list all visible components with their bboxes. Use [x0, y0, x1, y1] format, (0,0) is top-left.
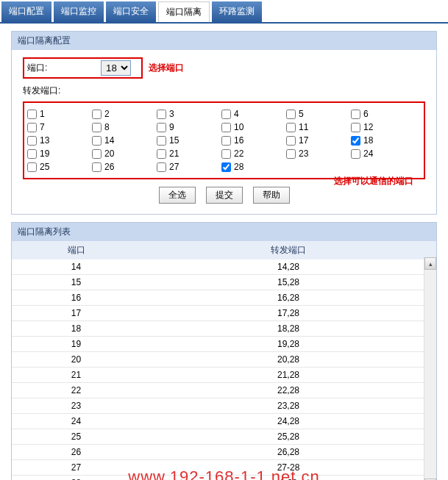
table-row[interactable]: 2626,28: [12, 445, 436, 460]
port-checkbox-27[interactable]: 27: [157, 160, 221, 173]
port-checkbox-3[interactable]: 3: [157, 107, 221, 121]
cell-port: 20: [12, 352, 141, 367]
port-checkbox-11[interactable]: 11: [286, 121, 351, 134]
port-checkbox-input-19[interactable]: [27, 149, 37, 159]
tab-4[interactable]: 环路监测: [212, 1, 262, 22]
forward-ports-label: 转发端口:: [23, 85, 425, 97]
port-checkbox-input-8[interactable]: [92, 123, 102, 132]
port-checkbox-input-1[interactable]: [27, 110, 37, 119]
port-checkbox-23[interactable]: 23: [286, 147, 351, 160]
port-checkbox-input-4[interactable]: [221, 110, 231, 119]
scrollbar[interactable]: ▴ ▾: [424, 257, 436, 480]
port-checkbox-26[interactable]: 26: [92, 160, 157, 173]
port-checkbox-17[interactable]: 17: [286, 134, 351, 147]
port-checkbox-input-23[interactable]: [286, 149, 296, 159]
port-checkbox-input-15[interactable]: [157, 136, 166, 146]
table-row[interactable]: 1515,28: [12, 275, 436, 290]
port-selector-box: 端口: 18: [23, 57, 143, 79]
port-checkbox-input-5[interactable]: [286, 110, 296, 119]
port-checkbox-28[interactable]: 28: [221, 160, 286, 173]
port-checkbox-input-12[interactable]: [351, 123, 360, 132]
port-checkbox-input-11[interactable]: [286, 123, 296, 132]
port-checkbox-input-10[interactable]: [221, 123, 231, 132]
port-checkbox-8[interactable]: 8: [92, 121, 157, 134]
port-checkbox-7[interactable]: 7: [27, 121, 92, 134]
port-checkbox-18[interactable]: 18: [351, 134, 416, 147]
cell-forward: 24,28: [141, 414, 436, 429]
table-row[interactable]: 1616,28: [12, 290, 436, 306]
table-row[interactable]: 2121,28: [12, 368, 436, 383]
table-row[interactable]: 2222,28: [12, 383, 436, 398]
port-checkbox-input-17[interactable]: [286, 136, 296, 146]
isolation-list-panel: 端口隔离列表 端口 转发端口 1414,281515,281616,281717…: [11, 222, 437, 480]
cell-forward: 17,28: [141, 306, 436, 320]
port-checkbox-13[interactable]: 13: [27, 134, 92, 147]
port-checkbox-input-28[interactable]: [221, 162, 231, 172]
port-checkbox-12[interactable]: 12: [351, 121, 416, 134]
port-checkbox-input-18[interactable]: [351, 136, 360, 146]
submit-button[interactable]: 提交: [206, 187, 243, 204]
port-select[interactable]: 18: [101, 60, 131, 76]
port-checkbox-label: 24: [363, 148, 373, 159]
table-row[interactable]: 1818,28: [12, 321, 436, 337]
table-row[interactable]: 281-28: [12, 476, 436, 480]
port-checkbox-5[interactable]: 5: [286, 107, 351, 121]
port-checkbox-1[interactable]: 1: [27, 107, 92, 121]
port-checkbox-input-20[interactable]: [92, 149, 102, 159]
port-checkbox-15[interactable]: 15: [157, 134, 221, 147]
port-checkbox-24[interactable]: 24: [351, 147, 416, 160]
port-checkbox-2[interactable]: 2: [92, 107, 157, 121]
port-checkbox-input-13[interactable]: [27, 136, 37, 146]
table-row[interactable]: 1717,28: [12, 306, 436, 321]
table-row[interactable]: 2727-28: [12, 460, 436, 476]
port-checkbox-10[interactable]: 10: [221, 121, 286, 134]
port-checkbox-label: 12: [363, 122, 373, 132]
port-checkbox-input-6[interactable]: [351, 110, 360, 119]
tab-1[interactable]: 端口监控: [54, 1, 104, 22]
port-checkbox-label: 3: [169, 109, 174, 119]
table-row[interactable]: 2323,28: [12, 398, 436, 414]
help-button[interactable]: 帮助: [253, 187, 290, 204]
scroll-up-icon[interactable]: ▴: [424, 257, 436, 270]
tab-2[interactable]: 端口安全: [106, 1, 156, 22]
port-checkbox-label: 13: [40, 135, 49, 146]
table-row[interactable]: 2424,28: [12, 414, 436, 429]
table-row[interactable]: 2020,28: [12, 352, 436, 368]
cell-port: 15: [12, 275, 141, 290]
port-checkbox-6[interactable]: 6: [351, 107, 416, 121]
port-checkbox-input-16[interactable]: [221, 136, 231, 146]
table-row[interactable]: 1919,28: [12, 337, 436, 352]
tab-0[interactable]: 端口配置: [1, 1, 51, 22]
port-checkbox-input-25[interactable]: [27, 162, 37, 172]
table-row[interactable]: 1414,28: [12, 259, 436, 275]
port-checkbox-input-2[interactable]: [92, 110, 102, 119]
port-checkbox-9[interactable]: 9: [157, 121, 221, 134]
port-checkbox-input-26[interactable]: [92, 162, 102, 172]
port-checkbox-input-9[interactable]: [157, 123, 166, 132]
list-panel-title: 端口隔离列表: [12, 223, 436, 241]
port-checkbox-label: 25: [40, 162, 49, 172]
cell-forward: 25,28: [141, 429, 436, 444]
port-checkbox-14[interactable]: 14: [92, 134, 157, 147]
port-checkbox-21[interactable]: 21: [157, 147, 221, 160]
port-checkbox-input-22[interactable]: [221, 149, 231, 159]
cell-forward: 23,28: [141, 398, 436, 413]
port-checkbox-input-14[interactable]: [92, 136, 102, 146]
port-checkbox-input-3[interactable]: [157, 110, 166, 119]
port-checkbox-22[interactable]: 22: [221, 147, 286, 160]
port-checkbox-label: 14: [104, 135, 114, 146]
port-checkbox-16[interactable]: 16: [221, 134, 286, 147]
table-row[interactable]: 2525,28: [12, 429, 436, 445]
port-checkbox-19[interactable]: 19: [27, 147, 92, 160]
tab-3[interactable]: 端口隔离: [158, 1, 210, 22]
select-all-button[interactable]: 全选: [159, 187, 196, 204]
port-checkbox-20[interactable]: 20: [92, 147, 157, 160]
port-checkbox-4[interactable]: 4: [221, 107, 286, 121]
port-checkbox-label: 2: [104, 109, 110, 119]
port-checkbox-input-27[interactable]: [157, 162, 166, 172]
port-checkbox-input-7[interactable]: [27, 123, 37, 132]
cell-port: 19: [12, 337, 141, 351]
port-checkbox-25[interactable]: 25: [27, 160, 92, 173]
port-checkbox-input-21[interactable]: [157, 149, 166, 159]
port-checkbox-input-24[interactable]: [351, 149, 360, 159]
